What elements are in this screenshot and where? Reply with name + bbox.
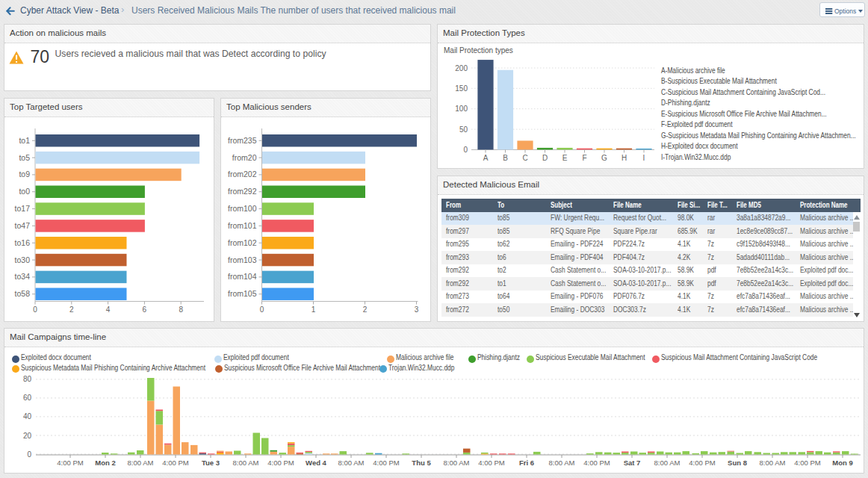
svg-text:8:00 AM: 8:00 AM — [444, 459, 470, 467]
svg-text:F-Exploited pdf document: F-Exploited pdf document — [661, 121, 733, 129]
svg-text:4:00 PM: 4:00 PM — [373, 459, 399, 467]
svg-text:from20: from20 — [232, 153, 257, 162]
svg-text:from104: from104 — [228, 272, 257, 281]
svg-text:to9: to9 — [19, 170, 30, 179]
svg-text:2: 2 — [363, 305, 368, 314]
svg-text:H-Exploited docx document: H-Exploited docx document — [661, 143, 738, 151]
svg-text:C-Suspicious Mail Attachment C: C-Suspicious Mail Attachment Containing … — [661, 88, 825, 96]
svg-text:Thu 5: Thu 5 — [412, 459, 431, 467]
svg-text:80: 80 — [23, 375, 32, 383]
svg-text:4:00 PM: 4:00 PM — [689, 459, 715, 467]
svg-text:0: 0 — [33, 305, 37, 314]
svg-text:to58: to58 — [15, 289, 31, 298]
svg-text:Mon 9: Mon 9 — [832, 459, 852, 467]
svg-text:3: 3 — [415, 305, 419, 314]
svg-text:from101: from101 — [228, 221, 257, 230]
svg-text:H: H — [621, 154, 627, 162]
svg-text:B: B — [503, 154, 508, 162]
svg-text:4:00 PM: 4:00 PM — [478, 459, 504, 467]
svg-text:D: D — [542, 154, 548, 162]
svg-text:4:00 PM: 4:00 PM — [794, 459, 820, 467]
svg-text:40: 40 — [23, 412, 32, 420]
svg-text:to0: to0 — [19, 187, 30, 196]
svg-text:0: 0 — [463, 146, 468, 154]
svg-text:from235: from235 — [228, 136, 257, 145]
svg-text:Fri 6: Fri 6 — [519, 459, 534, 467]
svg-text:6: 6 — [143, 305, 147, 314]
svg-text:from100: from100 — [228, 204, 257, 213]
svg-text:0: 0 — [260, 305, 264, 314]
svg-text:Mon 2: Mon 2 — [95, 459, 115, 467]
svg-text:to5: to5 — [19, 153, 30, 162]
svg-text:8:00 AM: 8:00 AM — [549, 459, 575, 467]
svg-text:to30: to30 — [15, 255, 31, 264]
svg-text:from103: from103 — [228, 255, 257, 264]
svg-text:2: 2 — [69, 305, 74, 314]
svg-text:50: 50 — [459, 125, 468, 134]
svg-text:C: C — [522, 154, 527, 162]
svg-text:A: A — [483, 154, 489, 162]
svg-text:8:00 AM: 8:00 AM — [338, 459, 365, 467]
svg-text:from292: from292 — [228, 187, 257, 196]
svg-text:E: E — [562, 154, 568, 162]
svg-text:to17: to17 — [15, 204, 31, 213]
svg-text:from102: from102 — [228, 238, 257, 247]
svg-text:0: 0 — [27, 450, 31, 459]
svg-text:8: 8 — [179, 305, 183, 314]
svg-text:D-Phishing.djantz: D-Phishing.djantz — [661, 99, 710, 108]
svg-text:4:00 PM: 4:00 PM — [267, 459, 294, 467]
svg-text:8:00 AM: 8:00 AM — [760, 459, 786, 467]
svg-text:200: 200 — [455, 64, 468, 72]
svg-text:60: 60 — [23, 394, 32, 402]
svg-text:from202: from202 — [228, 170, 257, 179]
svg-text:to16: to16 — [15, 238, 31, 247]
svg-text:from105: from105 — [228, 289, 257, 298]
svg-text:4:00 PM: 4:00 PM — [57, 459, 83, 467]
svg-text:Sat 7: Sat 7 — [624, 459, 641, 467]
svg-text:G: G — [601, 154, 607, 162]
svg-text:to47: to47 — [15, 221, 31, 230]
svg-text:150: 150 — [455, 84, 468, 93]
svg-text:4:00 PM: 4:00 PM — [583, 459, 610, 467]
svg-text:4:00 PM: 4:00 PM — [162, 459, 188, 467]
svg-text:8:00 AM: 8:00 AM — [233, 459, 259, 467]
svg-text:to34: to34 — [15, 272, 31, 281]
svg-text:8:00 AM: 8:00 AM — [654, 459, 681, 467]
svg-text:E-Suspicious Microsoft Office: E-Suspicious Microsoft Office File Archi… — [661, 110, 827, 118]
svg-text:4: 4 — [106, 305, 111, 314]
svg-text:to1: to1 — [19, 136, 30, 145]
svg-text:A-Malicious archive file: A-Malicious archive file — [661, 66, 725, 75]
svg-text:20: 20 — [23, 432, 32, 440]
svg-text:100: 100 — [455, 105, 468, 113]
svg-text:1: 1 — [311, 305, 316, 314]
svg-text:Tue 3: Tue 3 — [202, 459, 220, 467]
svg-text:B-Suspicious Executable Mail A: B-Suspicious Executable Mail Attachment — [661, 78, 777, 86]
svg-text:I-Trojan.Win32.Mucc.ddp: I-Trojan.Win32.Mucc.ddp — [661, 153, 731, 161]
svg-text:G-Suspicious Metadata Mail Phi: G-Suspicious Metadata Mail Phishing Cont… — [661, 131, 856, 140]
svg-text:Sun 8: Sun 8 — [728, 459, 747, 467]
svg-text:I: I — [643, 154, 645, 162]
svg-text:F: F — [582, 154, 586, 162]
svg-text:Wed 4: Wed 4 — [306, 459, 327, 467]
svg-text:8:00 AM: 8:00 AM — [128, 459, 154, 467]
